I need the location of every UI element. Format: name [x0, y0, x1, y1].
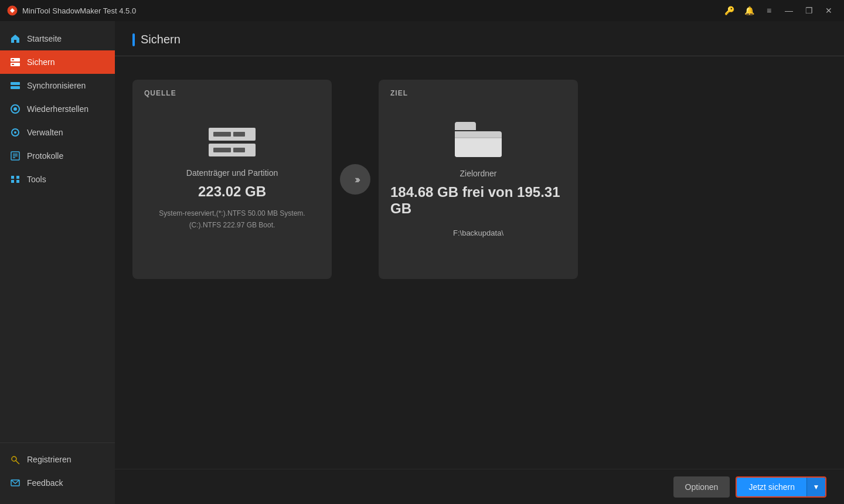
titlebar: MiniTool ShadowMaker Test 4.5.0 🔑 🔔 ≡ — … [0, 0, 844, 21]
svg-rect-16 [16, 176, 19, 179]
log-icon [9, 150, 21, 162]
sidebar-item-tools[interactable]: Tools [0, 168, 115, 191]
sidebar-item-protokolle[interactable]: Protokolle [0, 144, 115, 168]
sidebar-label-wiederherstellen: Wiederherstellen [27, 104, 89, 114]
target-card-label: ZIEL [390, 89, 408, 97]
folder-icon-container [455, 122, 502, 157]
svg-line-20 [16, 461, 19, 464]
options-button[interactable]: Optionen [673, 476, 730, 498]
sidebar-label-sichern: Sichern [27, 57, 55, 67]
sidebar-label-protokolle: Protokolle [27, 151, 63, 161]
backup-now-button[interactable]: Jetzt sichern [737, 478, 806, 496]
svg-rect-6 [11, 86, 20, 89]
disk-slot-4 [233, 148, 245, 152]
target-path: F:\backupdata\ [453, 229, 503, 237]
sidebar-item-startseite[interactable]: Startseite [0, 27, 115, 50]
maximize-button[interactable]: ❐ [801, 2, 817, 19]
arrow-container: ››› [332, 164, 379, 195]
arrow-icon: ››› [340, 164, 370, 195]
svg-rect-4 [12, 64, 14, 65]
source-size: 223.02 GB [198, 183, 266, 200]
page-title: Sichern [141, 33, 181, 46]
close-button[interactable]: ✕ [821, 2, 837, 19]
target-card[interactable]: ZIEL Zielordner 184.68 GB frei von 195.3… [379, 80, 578, 279]
backup-now-container: Jetzt sichern ▼ [736, 476, 826, 498]
titlebar-controls: 🔑 🔔 ≡ — ❐ ✕ [721, 2, 837, 19]
menu-icon[interactable]: ≡ [761, 2, 777, 19]
sidebar-item-feedback[interactable]: Feedback [0, 471, 115, 495]
sidebar-item-synchronisieren[interactable]: Synchronisieren [0, 74, 115, 97]
disk-bar-top [209, 128, 256, 141]
source-card-label: QUELLE [144, 89, 176, 97]
sidebar-label-synchronisieren: Synchronisieren [27, 81, 86, 90]
restore-icon [9, 103, 21, 115]
source-card[interactable]: QUELLE Datenträger und Partition 223.02 … [132, 80, 332, 279]
minimize-button[interactable]: — [781, 2, 797, 19]
app-title: MiniTool ShadowMaker Test 4.5.0 [22, 6, 136, 15]
bottom-bar: Optionen Jetzt sichern ▼ [115, 469, 844, 504]
header-bar-accent [132, 33, 135, 46]
svg-point-8 [13, 107, 17, 111]
folder-open [455, 137, 502, 157]
tools-icon [9, 173, 21, 185]
sidebar-item-verwalten[interactable]: Verwalten [0, 121, 115, 144]
titlebar-left: MiniTool ShadowMaker Test 4.5.0 [7, 5, 136, 16]
svg-rect-15 [11, 176, 14, 179]
target-free-space: 184.68 GB frei von 195.31 GB [390, 184, 566, 217]
app-logo [7, 5, 18, 16]
sidebar-label-registrieren: Registrieren [27, 455, 71, 464]
sidebar-nav: Startseite Sichern [0, 21, 115, 442]
svg-rect-5 [11, 82, 20, 85]
sidebar-item-wiederherstellen[interactable]: Wiederherstellen [0, 97, 115, 121]
folder-tab [455, 122, 476, 130]
disk-slot-1 [213, 132, 231, 137]
sidebar-label-startseite: Startseite [27, 34, 62, 43]
content-area: Sichern QUELLE [115, 21, 844, 504]
main-layout: Startseite Sichern [0, 21, 844, 504]
svg-rect-3 [12, 59, 14, 60]
svg-rect-17 [11, 180, 14, 183]
sidebar-item-sichern[interactable]: Sichern [0, 50, 115, 74]
source-description: System-reserviert,(*:).NTFS 50.00 MB Sys… [159, 208, 305, 230]
svg-point-10 [14, 131, 16, 134]
sidebar-item-registrieren[interactable]: Registrieren [0, 448, 115, 471]
disk-slot-3 [213, 148, 231, 152]
source-type-label: Datenträger und Partition [186, 168, 278, 178]
folder-icon [455, 122, 502, 157]
key-sidebar-icon [9, 454, 21, 465]
backup-icon [9, 56, 21, 68]
content-header: Sichern [115, 21, 844, 56]
disk-icon [209, 128, 256, 156]
content-body: QUELLE Datenträger und Partition 223.02 … [115, 56, 844, 469]
backup-now-dropdown[interactable]: ▼ [806, 478, 825, 496]
svg-rect-18 [16, 180, 19, 183]
sidebar: Startseite Sichern [0, 21, 115, 504]
disk-slot-2 [233, 132, 245, 137]
folder-body [455, 131, 502, 157]
sync-icon [9, 80, 21, 91]
bell-icon[interactable]: 🔔 [741, 2, 757, 19]
target-type-label: Zielordner [460, 169, 496, 178]
cards-row: QUELLE Datenträger und Partition 223.02 … [132, 80, 826, 279]
sidebar-bottom: Registrieren Feedback [0, 442, 115, 504]
key-icon[interactable]: 🔑 [721, 2, 737, 19]
sidebar-label-tools: Tools [27, 175, 46, 184]
mail-icon [9, 477, 21, 489]
home-icon [9, 33, 21, 45]
svg-point-19 [12, 457, 16, 461]
manage-icon [9, 127, 21, 138]
sidebar-label-verwalten: Verwalten [27, 128, 63, 137]
sidebar-label-feedback: Feedback [27, 478, 63, 488]
disk-bar-bottom [209, 144, 256, 156]
